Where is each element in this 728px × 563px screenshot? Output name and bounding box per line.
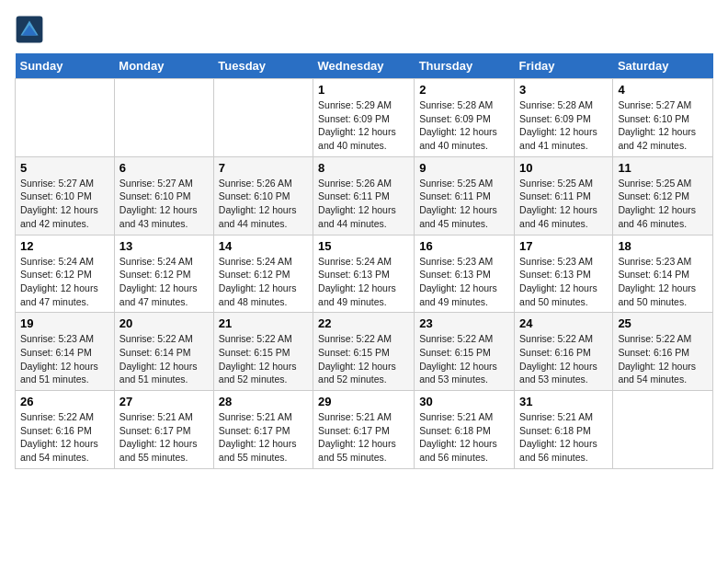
weekday-header-monday: Monday	[114, 53, 213, 79]
day-info: Sunrise: 5:22 AM Sunset: 6:16 PM Dayligh…	[20, 410, 109, 465]
calendar-cell: 25Sunrise: 5:22 AM Sunset: 6:16 PM Dayli…	[613, 313, 713, 391]
day-info: Sunrise: 5:27 AM Sunset: 6:10 PM Dayligh…	[618, 98, 708, 153]
calendar-cell: 5Sunrise: 5:27 AM Sunset: 6:10 PM Daylig…	[16, 156, 115, 235]
day-info: Sunrise: 5:28 AM Sunset: 6:09 PM Dayligh…	[519, 98, 608, 153]
day-number: 28	[219, 395, 308, 408]
day-number: 20	[119, 316, 209, 330]
day-number: 3	[519, 83, 608, 97]
weekday-header-saturday: Saturday	[613, 53, 713, 79]
day-info: Sunrise: 5:23 AM Sunset: 6:13 PM Dayligh…	[419, 255, 509, 309]
day-number: 25	[618, 316, 708, 330]
day-info: Sunrise: 5:27 AM Sunset: 6:10 PM Dayligh…	[20, 177, 109, 231]
day-number: 18	[618, 239, 708, 253]
calendar-cell: 16Sunrise: 5:23 AM Sunset: 6:13 PM Dayli…	[415, 235, 515, 313]
day-info: Sunrise: 5:26 AM Sunset: 6:11 PM Dayligh…	[318, 177, 409, 231]
day-number: 12	[20, 239, 109, 253]
calendar-cell: 3Sunrise: 5:28 AM Sunset: 6:09 PM Daylig…	[515, 79, 613, 157]
calendar-cell: 27Sunrise: 5:21 AM Sunset: 6:17 PM Dayli…	[114, 391, 213, 469]
day-info: Sunrise: 5:24 AM Sunset: 6:12 PM Dayligh…	[119, 255, 209, 309]
calendar-week-row: 5Sunrise: 5:27 AM Sunset: 6:10 PM Daylig…	[16, 156, 713, 235]
weekday-header-tuesday: Tuesday	[213, 53, 313, 79]
day-info: Sunrise: 5:22 AM Sunset: 6:16 PM Dayligh…	[618, 332, 708, 386]
day-number: 8	[318, 161, 409, 175]
day-number: 7	[219, 161, 308, 175]
day-number: 6	[119, 161, 209, 175]
day-info: Sunrise: 5:24 AM Sunset: 6:13 PM Dayligh…	[318, 255, 409, 309]
calendar-cell: 22Sunrise: 5:22 AM Sunset: 6:15 PM Dayli…	[313, 313, 415, 391]
day-number: 16	[419, 239, 509, 253]
weekday-header-row: SundayMondayTuesdayWednesdayThursdayFrid…	[16, 53, 713, 79]
calendar-cell: 8Sunrise: 5:26 AM Sunset: 6:11 PM Daylig…	[313, 156, 415, 235]
day-number: 9	[419, 161, 509, 175]
day-number: 13	[119, 239, 209, 253]
day-info: Sunrise: 5:25 AM Sunset: 6:12 PM Dayligh…	[618, 177, 708, 231]
calendar-cell: 12Sunrise: 5:24 AM Sunset: 6:12 PM Dayli…	[16, 235, 115, 313]
day-info: Sunrise: 5:27 AM Sunset: 6:10 PM Dayligh…	[119, 177, 209, 231]
day-info: Sunrise: 5:25 AM Sunset: 6:11 PM Dayligh…	[519, 177, 608, 231]
weekday-header-wednesday: Wednesday	[313, 53, 415, 79]
calendar-cell: 28Sunrise: 5:21 AM Sunset: 6:17 PM Dayli…	[213, 391, 313, 469]
day-info: Sunrise: 5:22 AM Sunset: 6:15 PM Dayligh…	[219, 332, 308, 386]
day-number: 4	[618, 83, 708, 97]
calendar-cell: 15Sunrise: 5:24 AM Sunset: 6:13 PM Dayli…	[313, 235, 415, 313]
day-number: 24	[519, 316, 608, 330]
calendar-cell	[613, 391, 713, 469]
calendar-cell: 13Sunrise: 5:24 AM Sunset: 6:12 PM Dayli…	[114, 235, 213, 313]
calendar-cell	[213, 79, 313, 157]
day-info: Sunrise: 5:26 AM Sunset: 6:10 PM Dayligh…	[219, 177, 308, 231]
calendar-cell: 31Sunrise: 5:21 AM Sunset: 6:18 PM Dayli…	[515, 391, 613, 469]
day-number: 2	[419, 83, 509, 97]
calendar-cell: 14Sunrise: 5:24 AM Sunset: 6:12 PM Dayli…	[213, 235, 313, 313]
calendar-week-row: 1Sunrise: 5:29 AM Sunset: 6:09 PM Daylig…	[16, 79, 713, 157]
page-header	[15, 15, 713, 44]
calendar-cell: 6Sunrise: 5:27 AM Sunset: 6:10 PM Daylig…	[114, 156, 213, 235]
day-number: 31	[519, 395, 608, 408]
day-number: 1	[318, 83, 409, 97]
calendar-cell: 26Sunrise: 5:22 AM Sunset: 6:16 PM Dayli…	[16, 391, 115, 469]
calendar-cell: 17Sunrise: 5:23 AM Sunset: 6:13 PM Dayli…	[515, 235, 613, 313]
day-number: 14	[219, 239, 308, 253]
day-number: 29	[318, 395, 409, 408]
day-info: Sunrise: 5:23 AM Sunset: 6:14 PM Dayligh…	[618, 255, 708, 309]
calendar-cell: 18Sunrise: 5:23 AM Sunset: 6:14 PM Dayli…	[613, 235, 713, 313]
day-info: Sunrise: 5:23 AM Sunset: 6:14 PM Dayligh…	[20, 332, 109, 386]
day-number: 15	[318, 239, 409, 253]
day-number: 17	[519, 239, 608, 253]
calendar-cell: 29Sunrise: 5:21 AM Sunset: 6:17 PM Dayli…	[313, 391, 415, 469]
day-info: Sunrise: 5:21 AM Sunset: 6:18 PM Dayligh…	[519, 410, 608, 465]
day-number: 21	[219, 316, 308, 330]
day-info: Sunrise: 5:21 AM Sunset: 6:17 PM Dayligh…	[318, 410, 409, 465]
weekday-header-friday: Friday	[515, 53, 613, 79]
logo-icon	[15, 15, 44, 44]
day-info: Sunrise: 5:22 AM Sunset: 6:16 PM Dayligh…	[519, 332, 608, 386]
calendar-cell: 2Sunrise: 5:28 AM Sunset: 6:09 PM Daylig…	[415, 79, 515, 157]
day-number: 30	[419, 395, 509, 408]
day-info: Sunrise: 5:21 AM Sunset: 6:17 PM Dayligh…	[219, 410, 308, 465]
calendar-cell: 10Sunrise: 5:25 AM Sunset: 6:11 PM Dayli…	[515, 156, 613, 235]
day-number: 22	[318, 316, 409, 330]
day-number: 23	[419, 316, 509, 330]
calendar-week-row: 12Sunrise: 5:24 AM Sunset: 6:12 PM Dayli…	[16, 235, 713, 313]
calendar-cell: 1Sunrise: 5:29 AM Sunset: 6:09 PM Daylig…	[313, 79, 415, 157]
calendar-cell: 21Sunrise: 5:22 AM Sunset: 6:15 PM Dayli…	[213, 313, 313, 391]
calendar-cell	[114, 79, 213, 157]
day-info: Sunrise: 5:21 AM Sunset: 6:17 PM Dayligh…	[119, 410, 209, 465]
calendar-cell: 23Sunrise: 5:22 AM Sunset: 6:15 PM Dayli…	[415, 313, 515, 391]
logo	[15, 15, 48, 44]
day-info: Sunrise: 5:25 AM Sunset: 6:11 PM Dayligh…	[419, 177, 509, 231]
calendar-week-row: 19Sunrise: 5:23 AM Sunset: 6:14 PM Dayli…	[16, 313, 713, 391]
calendar-cell: 11Sunrise: 5:25 AM Sunset: 6:12 PM Dayli…	[613, 156, 713, 235]
calendar-cell	[16, 79, 115, 157]
calendar-cell: 4Sunrise: 5:27 AM Sunset: 6:10 PM Daylig…	[613, 79, 713, 157]
calendar-cell: 20Sunrise: 5:22 AM Sunset: 6:14 PM Dayli…	[114, 313, 213, 391]
day-number: 27	[119, 395, 209, 408]
calendar-cell: 9Sunrise: 5:25 AM Sunset: 6:11 PM Daylig…	[415, 156, 515, 235]
day-number: 5	[20, 161, 109, 175]
calendar-cell: 24Sunrise: 5:22 AM Sunset: 6:16 PM Dayli…	[515, 313, 613, 391]
day-info: Sunrise: 5:23 AM Sunset: 6:13 PM Dayligh…	[519, 255, 608, 309]
day-number: 19	[20, 316, 109, 330]
day-info: Sunrise: 5:21 AM Sunset: 6:18 PM Dayligh…	[419, 410, 509, 465]
day-info: Sunrise: 5:29 AM Sunset: 6:09 PM Dayligh…	[318, 98, 409, 153]
day-info: Sunrise: 5:24 AM Sunset: 6:12 PM Dayligh…	[20, 255, 109, 309]
day-number: 11	[618, 161, 708, 175]
